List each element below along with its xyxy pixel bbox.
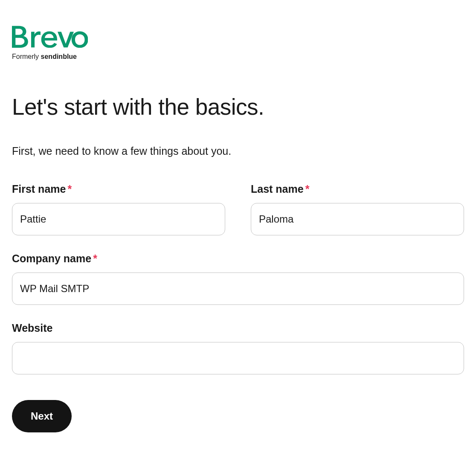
company-name-label: Company name* bbox=[12, 252, 464, 265]
logo-area: Formerly sendinblue bbox=[12, 26, 464, 61]
brevo-logo bbox=[12, 26, 88, 48]
logo-subtitle: Formerly sendinblue bbox=[12, 53, 464, 61]
page-title: Let's start with the basics. bbox=[12, 95, 464, 119]
logo-subtitle-prefix: Formerly bbox=[12, 53, 41, 60]
website-label: Website bbox=[12, 322, 464, 334]
first-name-group: First name* bbox=[12, 183, 225, 235]
required-indicator: * bbox=[67, 183, 72, 195]
website-group: Website bbox=[12, 322, 464, 374]
first-name-input[interactable] bbox=[12, 203, 225, 235]
website-input[interactable] bbox=[12, 342, 464, 374]
page-intro: First, we need to know a few things abou… bbox=[12, 145, 464, 157]
required-indicator: * bbox=[93, 252, 97, 264]
last-name-group: Last name* bbox=[251, 183, 464, 235]
last-name-label: Last name* bbox=[251, 183, 464, 195]
logo-subtitle-bold: sendinblue bbox=[41, 53, 77, 60]
first-name-label: First name* bbox=[12, 183, 225, 195]
last-name-input[interactable] bbox=[251, 203, 464, 235]
company-name-group: Company name* bbox=[12, 252, 464, 305]
company-name-input[interactable] bbox=[12, 272, 464, 305]
required-indicator: * bbox=[305, 183, 310, 195]
next-button[interactable]: Next bbox=[12, 400, 72, 432]
